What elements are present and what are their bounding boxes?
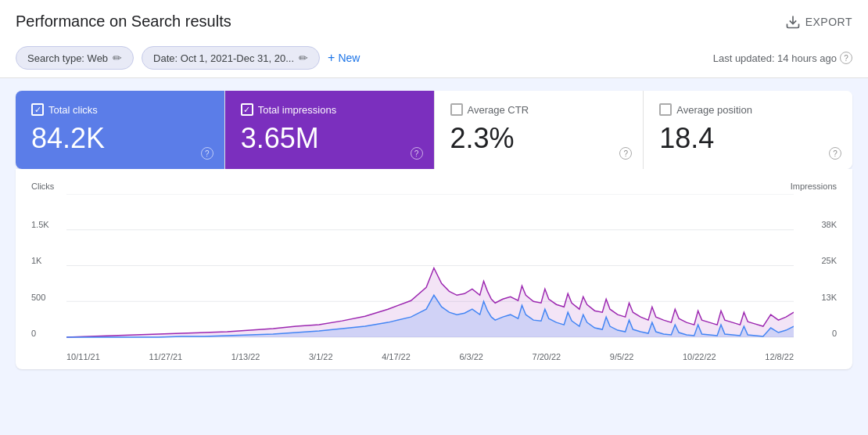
new-label: New (338, 52, 360, 64)
metric-impressions-label: Total impressions (258, 104, 336, 116)
y-right-title: Impressions (791, 182, 837, 191)
metric-ctr-header: Average CTR (450, 103, 628, 116)
metric-position-header: Average position (659, 103, 837, 116)
export-icon (785, 14, 801, 30)
metrics-row: Total clicks 84.2K ? Total impressions 3… (16, 91, 852, 169)
x-label-8: 10/22/22 (683, 352, 716, 361)
search-type-label: Search type: Web (27, 52, 108, 64)
x-label-6: 7/20/22 (533, 352, 561, 361)
x-label-0: 10/11/21 (66, 352, 100, 361)
date-label: Date: Oct 1, 2021-Dec 31, 20... (153, 52, 294, 64)
chart-container: Clicks 1.5K 1K 500 0 Impressions 38K 25K… (16, 169, 852, 369)
x-label-7: 9/5/22 (610, 352, 634, 361)
metric-impressions-value: 3.65M (241, 122, 418, 155)
x-label-2: 1/13/22 (231, 352, 260, 361)
metric-total-impressions[interactable]: Total impressions 3.65M ? (225, 91, 435, 169)
y-left-1k: 1K (31, 256, 41, 265)
y-right-0: 0 (832, 329, 837, 338)
metric-impressions-help-icon[interactable]: ? (411, 147, 423, 160)
search-type-edit-icon: ✏ (113, 52, 122, 64)
y-left-1.5k: 1.5K (31, 220, 49, 229)
date-filter[interactable]: Date: Oct 1, 2021-Dec 31, 20... ✏ (142, 46, 320, 70)
metric-avg-ctr[interactable]: Average CTR 2.3% ? (435, 91, 644, 169)
y-right-25k: 25K (821, 256, 837, 265)
metric-avg-position[interactable]: Average position 18.4 ? (644, 91, 852, 169)
metric-clicks-header: Total clicks (31, 103, 209, 116)
metric-position-help-icon[interactable]: ? (829, 147, 841, 160)
y-axis-right: Impressions 38K 25K 13K 0 (798, 182, 837, 338)
y-left-title: Clicks (31, 182, 54, 191)
metric-ctr-value: 2.3% (450, 122, 628, 155)
x-label-5: 6/3/22 (459, 352, 483, 361)
y-left-500: 500 (31, 293, 45, 302)
y-right-38k: 38K (821, 220, 837, 229)
last-updated-text: Last updated: 14 hours ago (713, 52, 837, 64)
search-type-filter[interactable]: Search type: Web ✏ (16, 46, 134, 70)
y-left-0: 0 (31, 329, 36, 338)
page-header: Performance on Search results EXPORT (0, 0, 868, 40)
x-label-9: 12/8/22 (765, 352, 794, 361)
metric-impressions-checkbox[interactable] (241, 103, 253, 116)
x-label-3: 3/1/22 (309, 352, 333, 361)
chart-inner (66, 194, 794, 338)
metric-ctr-help-icon[interactable]: ? (619, 147, 632, 160)
export-button[interactable]: EXPORT (785, 14, 852, 30)
main-content: Total clicks 84.2K ? Total impressions 3… (0, 78, 868, 435)
export-label: EXPORT (805, 16, 852, 28)
metric-clicks-help-icon[interactable]: ? (201, 147, 213, 160)
metric-clicks-checkbox[interactable] (31, 103, 44, 116)
chart-svg (66, 194, 794, 338)
filters-left: Search type: Web ✏ Date: Oct 1, 2021-Dec… (16, 46, 360, 70)
metric-ctr-checkbox[interactable] (450, 103, 463, 116)
new-filter-button[interactable]: + New (328, 51, 360, 65)
metric-impressions-header: Total impressions (241, 103, 418, 116)
chart-area: Clicks 1.5K 1K 500 0 Impressions 38K 25K… (31, 182, 837, 361)
page-title: Performance on Search results (16, 13, 231, 31)
metric-clicks-label: Total clicks (48, 104, 98, 116)
filters-bar: Search type: Web ✏ Date: Oct 1, 2021-Dec… (0, 40, 868, 78)
last-updated: Last updated: 14 hours ago ? (713, 52, 852, 64)
x-label-4: 4/17/22 (382, 352, 411, 361)
metric-position-checkbox[interactable] (659, 103, 672, 116)
last-updated-help-icon: ? (840, 52, 852, 64)
y-right-13k: 13K (821, 293, 837, 302)
metric-position-label: Average position (676, 104, 752, 116)
metric-clicks-value: 84.2K (31, 122, 209, 155)
y-axis-left: Clicks 1.5K 1K 500 0 (31, 182, 63, 338)
x-axis-labels: 10/11/21 11/27/21 1/13/22 3/1/22 4/17/22… (66, 352, 794, 361)
metric-ctr-label: Average CTR (468, 104, 529, 116)
x-label-1: 11/27/21 (149, 352, 182, 361)
plus-icon: + (328, 51, 335, 65)
metric-position-value: 18.4 (659, 122, 837, 155)
date-edit-icon: ✏ (299, 52, 308, 64)
metric-total-clicks[interactable]: Total clicks 84.2K ? (16, 91, 225, 169)
